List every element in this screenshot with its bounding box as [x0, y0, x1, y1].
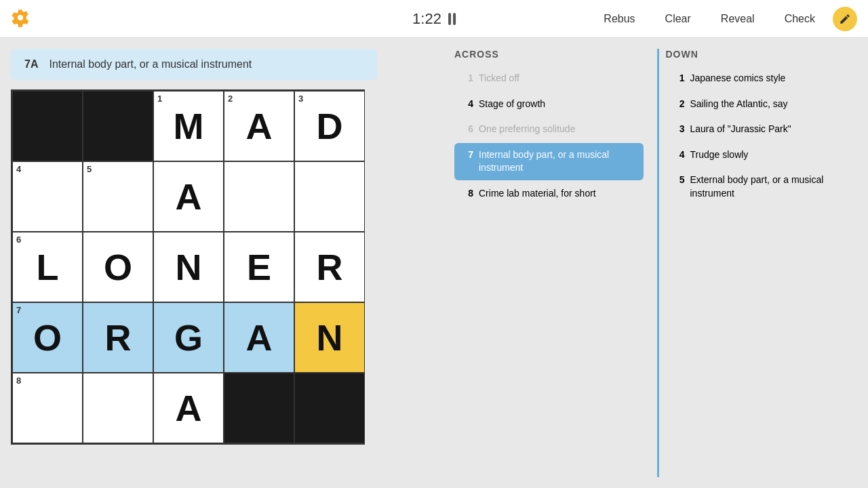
rebus-button[interactable]: Rebus — [591, 7, 647, 30]
grid-cell[interactable]: 8 — [12, 373, 83, 443]
grid-cell[interactable] — [224, 161, 294, 232]
clue-number: 7 — [461, 149, 473, 160]
down-clues-column: DOWN 1Japanese comics style2Sailing the … — [657, 49, 855, 477]
cell-letter: D — [317, 108, 343, 144]
grid-cell[interactable]: N — [153, 232, 224, 302]
clue-number: 2 — [673, 98, 685, 109]
down-header: DOWN — [666, 49, 855, 60]
clue-number: 4 — [461, 98, 473, 109]
clue-number: 1 — [461, 73, 473, 83]
clue-description: External body part, or a musical instrum… — [690, 174, 848, 200]
cell-number-label: 2 — [228, 94, 233, 103]
cell-number-label: 1 — [157, 94, 162, 103]
cell-number-label: 6 — [16, 235, 21, 244]
gear-icon[interactable] — [11, 8, 30, 30]
clue-description: Laura of "Jurassic Park" — [690, 123, 791, 136]
down-clue-item[interactable]: 1Japanese comics style — [666, 66, 855, 91]
cell-letter: N — [176, 249, 202, 285]
across-clue-item[interactable]: 8Crime lab material, for short — [454, 182, 644, 206]
grid-cell[interactable]: O — [83, 232, 153, 302]
clue-description: One preferring solitude — [479, 123, 575, 136]
grid-cell[interactable]: 2A — [224, 91, 294, 161]
left-panel: 7A Internal body part, or a musical inst… — [0, 38, 441, 488]
down-clues-list: 1Japanese comics style2Sailing the Atlan… — [666, 66, 855, 206]
cell-letter: A — [246, 108, 273, 144]
grid-cell[interactable]: R — [83, 302, 153, 373]
grid-cell[interactable]: E — [224, 232, 294, 302]
grid-cell[interactable] — [224, 373, 294, 443]
right-panel: ACROSS 1Ticked off4Stage of growth6One p… — [441, 38, 868, 488]
grid-cell[interactable]: 4 — [12, 161, 83, 232]
down-clue-item[interactable]: 4Trudge slowly — [666, 143, 855, 167]
cell-number-label: 7 — [16, 306, 21, 314]
grid-cell[interactable]: 3D — [294, 91, 365, 161]
reveal-button[interactable]: Reveal — [709, 7, 767, 30]
grid-cell[interactable]: A — [153, 161, 224, 232]
grid-cell[interactable]: R — [294, 232, 365, 302]
grid-cell[interactable]: 1M — [153, 91, 224, 161]
grid-cell[interactable]: N — [294, 302, 365, 373]
cell-letter: A — [176, 178, 202, 215]
down-clue-item[interactable]: 5External body part, or a musical instru… — [666, 168, 855, 205]
cell-letter: M — [174, 108, 204, 144]
pause-icon[interactable] — [448, 13, 456, 25]
toolbar-left — [11, 8, 30, 30]
toolbar-right: Rebus Clear Reveal Check — [591, 7, 857, 31]
cell-letter: O — [104, 249, 132, 285]
grid-cell[interactable] — [12, 91, 83, 161]
across-clue-item[interactable]: 1Ticked off — [454, 66, 644, 91]
clue-description: Sailing the Atlantic, say — [690, 98, 788, 111]
timer-value: 1:22 — [412, 10, 441, 28]
pencil-icon[interactable] — [833, 7, 857, 31]
main-content: 7A Internal body part, or a musical inst… — [0, 38, 868, 488]
grid-cell[interactable]: A — [153, 373, 224, 443]
grid-cell[interactable] — [83, 373, 153, 443]
across-clue-item[interactable]: 6One preferring solitude — [454, 117, 644, 142]
cell-number-label: 8 — [16, 376, 21, 385]
down-clue-item[interactable]: 3Laura of "Jurassic Park" — [666, 117, 855, 142]
clue-number: 4 — [673, 149, 685, 160]
cell-letter: A — [246, 319, 273, 356]
crossword-grid-container: 1M2A3D45A6LONER7ORGAN8A — [11, 89, 377, 445]
grid-cell[interactable] — [83, 91, 153, 161]
crossword-grid[interactable]: 1M2A3D45A6LONER7ORGAN8A — [11, 89, 365, 445]
clue-number: 5 — [673, 174, 685, 185]
clue-number: 1 — [673, 73, 685, 83]
clue-description: Trudge slowly — [690, 148, 749, 162]
cell-letter: O — [33, 319, 62, 356]
clear-button[interactable]: Clear — [653, 7, 703, 30]
across-clues-list: 1Ticked off4Stage of growth6One preferri… — [454, 66, 644, 206]
cell-letter: L — [37, 249, 59, 285]
timer-display: 1:22 — [412, 10, 456, 28]
check-button[interactable]: Check — [772, 7, 827, 30]
cell-number-label: 5 — [87, 165, 92, 174]
across-clue-item[interactable]: 4Stage of growth — [454, 92, 644, 117]
across-clue-item[interactable]: 7Internal body part, or a musical instru… — [454, 143, 644, 180]
cell-letter: N — [317, 319, 343, 356]
grid-cell[interactable]: A — [224, 302, 294, 373]
cell-letter: R — [105, 319, 132, 356]
active-clue-text: Internal body part, or a musical instrum… — [49, 58, 252, 70]
active-clue-number: 7A — [24, 58, 38, 70]
down-clue-item[interactable]: 2Sailing the Atlantic, say — [666, 92, 855, 117]
grid-cell[interactable] — [294, 373, 365, 443]
clue-number: 8 — [461, 188, 473, 199]
toolbar: 1:22 Rebus Clear Reveal Check — [0, 0, 868, 38]
clue-banner[interactable]: 7A Internal body part, or a musical inst… — [11, 49, 377, 80]
across-header: ACROSS — [454, 49, 644, 60]
cell-letter: E — [247, 249, 271, 285]
clue-description: Japanese comics style — [690, 72, 786, 85]
grid-cell[interactable]: G — [153, 302, 224, 373]
grid-cell[interactable]: 6L — [12, 232, 83, 302]
grid-cell[interactable]: 5 — [83, 161, 153, 232]
clue-description: Crime lab material, for short — [479, 187, 596, 201]
cell-letter: R — [317, 249, 343, 285]
clue-number: 3 — [673, 123, 685, 134]
cell-number-label: 3 — [298, 94, 303, 103]
grid-cell[interactable] — [294, 161, 365, 232]
across-clues-column: ACROSS 1Ticked off4Stage of growth6One p… — [454, 49, 657, 477]
clue-description: Ticked off — [479, 72, 519, 85]
grid-cell[interactable]: 7O — [12, 302, 83, 373]
clue-number: 6 — [461, 123, 473, 134]
clue-description: Internal body part, or a musical instrum… — [479, 148, 637, 175]
